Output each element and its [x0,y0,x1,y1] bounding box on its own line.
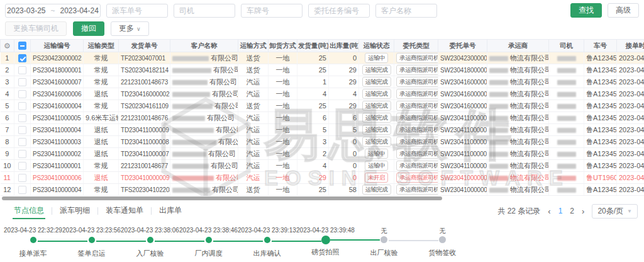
accept-time-cell: 2023-04-18 [617,64,644,76]
table-row[interactable]: 12PS230410000004常规TFS202304102203 有限公司送货… [1,184,644,196]
row-checkbox[interactable] [18,102,26,110]
ship-qty-cell: 25 [297,64,329,76]
timeline-node-dot [30,237,36,243]
dispatch-no-input[interactable] [106,4,168,18]
driver-cell [549,88,584,100]
select-all-checkbox[interactable] [18,42,26,50]
change-vehicle-driver-button[interactable]: 更换车辆司机 [5,21,67,36]
row-checkbox[interactable] [18,114,26,122]
tab-出库单[interactable]: 出库单 [152,203,189,219]
carrier-name-redacted [489,104,508,109]
row-checkbox[interactable] [18,78,26,86]
timeline-step-7: 无出厂核验 [355,227,413,262]
timeline-step-label: 厂内调度 [179,249,238,258]
customer-name-cell: 有限公司 [170,160,238,172]
row-index: 6 [1,112,14,124]
shipment-table: ⚙运输编号运输类型发货单号客户名称运输方式卸货方式发货量(吨)出库量(吨)运输状… [0,39,644,196]
delivery-no-cell: 22123100148673 [119,76,170,88]
row-checkbox[interactable] [18,150,26,158]
table-row[interactable]: 7PS230411000004退纸TD230411000009 有限公司汽运一地… [1,124,644,136]
settings-gear-icon[interactable]: ⚙ [4,42,11,50]
row-checkbox[interactable] [18,126,26,134]
task-no-input[interactable] [308,4,370,18]
table-row[interactable]: 5PS230416000004常规TS202304161109 有限公司送货一地… [1,100,644,112]
row-checkbox[interactable] [18,90,26,98]
row-checkbox[interactable] [18,174,26,182]
transport-type-cell: 退纸 [84,148,119,160]
customer-name-input[interactable] [375,4,437,18]
unload-method-cell: 一地 [269,184,297,196]
transport-no-cell: PS230416000006 [31,88,84,100]
prev-page-icon[interactable]: ‹ [548,207,550,216]
commission-type-cell: 承运商指派司机 [394,172,438,184]
table-row[interactable]: 9PS230411000002退纸TD230411000007 有限公司汽运一地… [1,148,644,160]
commission-type-badge: 承运商指派司机 [396,137,438,147]
transport-method-cell: 送货 [238,184,269,196]
transport-status-cell: 运输完成 [359,100,394,112]
more-button[interactable]: 更多∨ [111,21,149,36]
page-size-select[interactable]: 20条/页 ▼ [592,204,638,219]
table-row[interactable]: 11PS230410000006退纸TD230410000009 有限公司汽运一… [1,172,644,184]
row-checkbox[interactable] [18,54,26,62]
pagination: 共 22 条记录 ‹ 12 › 20条/页 ▼ [497,204,638,219]
driver-name-redacted [557,92,576,97]
timeline-dot-row [355,236,413,246]
page-number-1[interactable]: 1 [558,207,563,215]
delivery-no-cell: TF20230407001 [119,52,170,64]
commission-no-cell: SW230423000003 [438,52,487,64]
table-row[interactable]: 1PS230423000002常规TF20230407001 有限公司送货一地2… [1,52,644,64]
ship-qty-cell: 29 [297,172,329,184]
delivery-no-cell: TS202304161109 [119,100,170,112]
horizontal-scrollbar-thumb[interactable] [2,196,442,200]
tab-节点信息[interactable]: 节点信息 [6,203,52,219]
transport-type-cell: 常规 [84,160,119,172]
driver-name-redacted [557,164,576,169]
transport-status-cell: 运输完成 [359,64,394,76]
next-page-icon[interactable]: › [582,207,584,216]
plate-no-input[interactable] [241,4,303,18]
row-checkbox[interactable] [18,186,26,194]
table-row[interactable]: 6PS2304110000059.6米车运输22123100148676 有限公… [1,112,644,124]
row-checkbox[interactable] [18,66,26,74]
table-row[interactable]: 4PS230416000006退纸TD230416000002 有限公司汽运一地… [1,88,644,100]
select-caret-icon: ▼ [627,208,632,214]
column-header-7: 出库量(吨) [329,40,359,52]
carrier-name-redacted [489,92,508,97]
row-checkbox[interactable] [18,162,26,170]
row-checkbox[interactable] [18,138,26,146]
table-row[interactable]: 8PS230411000003退纸TD230411000008 有限公司汽运一地… [1,136,644,148]
customer-name-redacted [172,164,209,169]
accept-time-cell: 2023-04-11 [617,112,644,124]
accept-time-cell: 2023-04-11 [617,160,644,172]
row-index: 12 [1,184,14,196]
timeline-connector [96,241,146,242]
table-row[interactable]: 2PS230418000001常规TS202304182114 有限公司送货一地… [1,64,644,76]
tab-派车明细[interactable]: 派车明细 [52,203,97,219]
commission-type-badge: 承运商指派司机 [396,173,438,183]
accept-time-cell: 2023-04-16 [617,76,644,88]
customer-name-redacted [172,68,211,73]
row-index: 1 [1,52,14,64]
withdraw-button[interactable]: 撤回 [73,21,104,36]
customer-name-redacted [172,56,209,61]
transport-status-cell: 运输中 [359,148,394,160]
unload-method-cell: 一地 [269,52,297,64]
transport-method-cell: 送货 [238,64,269,76]
transport-status-cell: 运输完成 [359,136,394,148]
commission-type-badge: 承运商指派司机 [396,53,438,63]
date-range-picker[interactable]: 2023-03-25 ~ 2023-04-24 [5,4,101,18]
driver-cell [549,124,584,136]
advanced-button[interactable]: 高级 [608,3,639,18]
customer-name-cell: 有限公司 [170,136,238,148]
transport-method-cell: 送货 [238,100,269,112]
tab-装车通知单[interactable]: 装车通知单 [98,203,151,219]
table-row[interactable]: 3PS230416000007常规22123100148673 有限公司汽运一地… [1,76,644,88]
commission-type-cell: 承运商指派司机 [394,160,438,172]
page-number-2[interactable]: 2 [570,207,574,215]
status-badge: 运输完成 [362,137,391,147]
column-settings: ⚙ [1,40,14,52]
table-row[interactable]: 10PS230411000001常规22123100148677 有限公司汽运一… [1,160,644,172]
timeline-node-dot [439,236,446,243]
search-button[interactable]: 查找 [570,3,602,18]
driver-input[interactable] [174,4,235,18]
